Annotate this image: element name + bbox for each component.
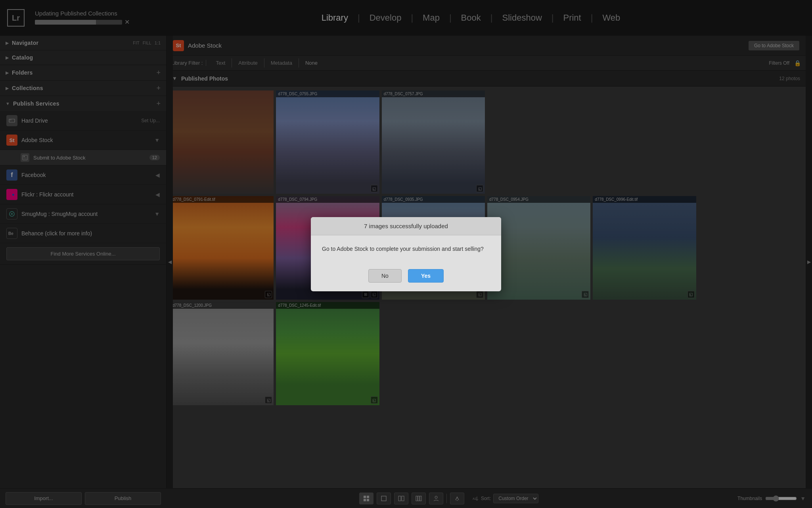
dialog-yes-btn[interactable]: Yes [408, 269, 444, 283]
upload-success-dialog: 7 images successfully uploaded Go to Ado… [311, 217, 501, 291]
dialog-overlay: 7 images successfully uploaded Go to Ado… [0, 0, 812, 508]
dialog-no-btn[interactable]: No [368, 269, 402, 283]
dialog-buttons: No Yes [311, 263, 501, 291]
dialog-body: Go to Adobe Stock to complete your submi… [311, 235, 501, 263]
dialog-title: 7 images successfully uploaded [311, 217, 501, 235]
